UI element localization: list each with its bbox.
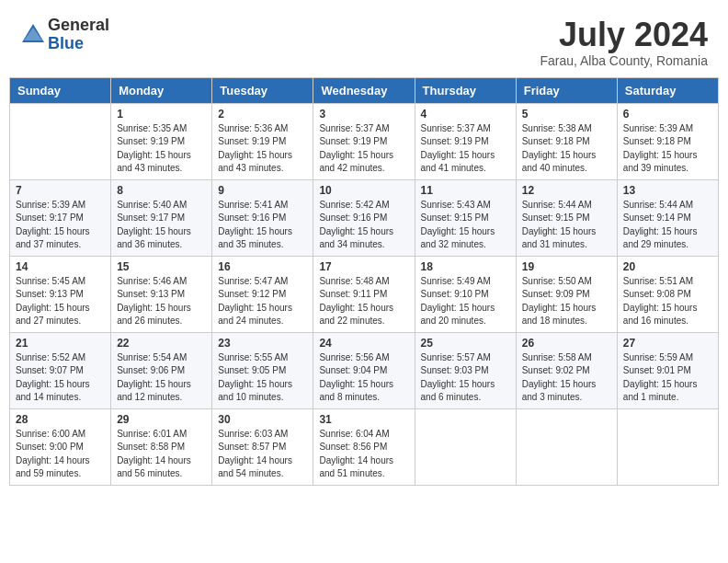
day-number: 18: [421, 260, 510, 273]
cell-content: Sunrise: 5:36 AM Sunset: 9:19 PM Dayligh…: [218, 122, 307, 176]
column-header-friday: Friday: [516, 77, 617, 103]
calendar-cell: 9Sunrise: 5:41 AM Sunset: 9:16 PM Daylig…: [212, 179, 313, 256]
calendar-cell: 21Sunrise: 5:52 AM Sunset: 9:07 PM Dayli…: [10, 332, 111, 408]
cell-content: Sunrise: 5:49 AM Sunset: 9:10 PM Dayligh…: [421, 275, 510, 328]
cell-content: Sunrise: 5:58 AM Sunset: 9:02 PM Dayligh…: [522, 351, 611, 405]
day-number: 26: [522, 337, 611, 350]
cell-content: Sunrise: 5:46 AM Sunset: 9:13 PM Dayligh…: [117, 275, 206, 328]
calendar-cell: 25Sunrise: 5:57 AM Sunset: 9:03 PM Dayli…: [415, 332, 516, 408]
cell-content: Sunrise: 5:56 AM Sunset: 9:04 PM Dayligh…: [319, 351, 408, 405]
day-number: 15: [117, 260, 206, 273]
day-number: 7: [16, 184, 105, 197]
calendar-cell: 13Sunrise: 5:44 AM Sunset: 9:14 PM Dayli…: [617, 179, 718, 256]
column-header-thursday: Thursday: [415, 77, 516, 103]
calendar-cell: [10, 103, 111, 179]
calendar-week-row: 7Sunrise: 5:39 AM Sunset: 9:17 PM Daylig…: [10, 179, 719, 256]
cell-content: Sunrise: 5:50 AM Sunset: 9:09 PM Dayligh…: [522, 275, 611, 328]
calendar-cell: 3Sunrise: 5:37 AM Sunset: 9:19 PM Daylig…: [313, 103, 415, 179]
cell-content: Sunrise: 5:47 AM Sunset: 9:12 PM Dayligh…: [218, 275, 307, 328]
day-number: 4: [421, 108, 510, 121]
cell-content: Sunrise: 5:41 AM Sunset: 9:16 PM Dayligh…: [218, 199, 307, 252]
day-number: 5: [522, 108, 611, 121]
day-number: 6: [623, 108, 712, 121]
calendar-cell: 29Sunrise: 6:01 AM Sunset: 8:58 PM Dayli…: [111, 408, 212, 485]
day-number: 22: [117, 337, 206, 350]
calendar-week-row: 28Sunrise: 6:00 AM Sunset: 9:00 PM Dayli…: [10, 408, 719, 485]
cell-content: Sunrise: 6:03 AM Sunset: 8:57 PM Dayligh…: [218, 428, 307, 481]
logo-general-text: General: [48, 17, 109, 35]
cell-content: Sunrise: 5:39 AM Sunset: 9:17 PM Dayligh…: [16, 199, 105, 252]
cell-content: Sunrise: 6:04 AM Sunset: 8:56 PM Dayligh…: [319, 428, 408, 481]
calendar-cell: 19Sunrise: 5:50 AM Sunset: 9:09 PM Dayli…: [516, 256, 617, 332]
month-year: July 2024: [540, 17, 708, 53]
day-number: 19: [522, 260, 611, 273]
day-number: 25: [421, 337, 510, 350]
cell-content: Sunrise: 5:40 AM Sunset: 9:17 PM Dayligh…: [117, 199, 206, 252]
calendar-cell: 2Sunrise: 5:36 AM Sunset: 9:19 PM Daylig…: [212, 103, 313, 179]
day-number: 24: [319, 337, 408, 350]
cell-content: Sunrise: 5:44 AM Sunset: 9:14 PM Dayligh…: [623, 199, 712, 252]
day-number: 2: [218, 108, 307, 121]
calendar-cell: 14Sunrise: 5:45 AM Sunset: 9:13 PM Dayli…: [10, 256, 111, 332]
calendar-cell: 18Sunrise: 5:49 AM Sunset: 9:10 PM Dayli…: [415, 256, 516, 332]
calendar-cell: 4Sunrise: 5:37 AM Sunset: 9:19 PM Daylig…: [415, 103, 516, 179]
cell-content: Sunrise: 5:43 AM Sunset: 9:15 PM Dayligh…: [421, 199, 510, 252]
column-header-saturday: Saturday: [617, 77, 718, 103]
day-number: 10: [319, 184, 408, 197]
calendar-cell: 16Sunrise: 5:47 AM Sunset: 9:12 PM Dayli…: [212, 256, 313, 332]
calendar-cell: 10Sunrise: 5:42 AM Sunset: 9:16 PM Dayli…: [313, 179, 415, 256]
cell-content: Sunrise: 5:37 AM Sunset: 9:19 PM Dayligh…: [319, 122, 408, 176]
calendar-cell: [516, 408, 617, 485]
cell-content: Sunrise: 5:35 AM Sunset: 9:19 PM Dayligh…: [117, 122, 206, 176]
calendar-cell: 26Sunrise: 5:58 AM Sunset: 9:02 PM Dayli…: [516, 332, 617, 408]
cell-content: Sunrise: 5:55 AM Sunset: 9:05 PM Dayligh…: [218, 351, 307, 405]
cell-content: Sunrise: 5:57 AM Sunset: 9:03 PM Dayligh…: [421, 351, 510, 405]
cell-content: Sunrise: 5:45 AM Sunset: 9:13 PM Dayligh…: [16, 275, 105, 328]
cell-content: Sunrise: 5:52 AM Sunset: 9:07 PM Dayligh…: [16, 351, 105, 405]
day-number: 1: [117, 108, 206, 121]
calendar-cell: 17Sunrise: 5:48 AM Sunset: 9:11 PM Dayli…: [313, 256, 415, 332]
calendar-cell: 31Sunrise: 6:04 AM Sunset: 8:56 PM Dayli…: [313, 408, 415, 485]
calendar-cell: 27Sunrise: 5:59 AM Sunset: 9:01 PM Dayli…: [617, 332, 718, 408]
calendar-week-row: 14Sunrise: 5:45 AM Sunset: 9:13 PM Dayli…: [10, 256, 719, 332]
calendar-header-row: SundayMondayTuesdayWednesdayThursdayFrid…: [10, 77, 719, 103]
day-number: 14: [16, 260, 105, 273]
day-number: 29: [117, 413, 206, 426]
day-number: 3: [319, 108, 408, 121]
logo: General Blue: [20, 17, 109, 53]
day-number: 12: [522, 184, 611, 197]
cell-content: Sunrise: 5:38 AM Sunset: 9:18 PM Dayligh…: [522, 122, 611, 176]
location: Farau, Alba County, Romania: [540, 53, 708, 68]
cell-content: Sunrise: 6:00 AM Sunset: 9:00 PM Dayligh…: [16, 428, 105, 481]
cell-content: Sunrise: 5:44 AM Sunset: 9:15 PM Dayligh…: [522, 199, 611, 252]
calendar-cell: 12Sunrise: 5:44 AM Sunset: 9:15 PM Dayli…: [516, 179, 617, 256]
day-number: 11: [421, 184, 510, 197]
calendar-cell: [617, 408, 718, 485]
day-number: 28: [16, 413, 105, 426]
header: General Blue July 2024 Farau, Alba Count…: [9, 9, 719, 72]
calendar-cell: 28Sunrise: 6:00 AM Sunset: 9:00 PM Dayli…: [10, 408, 111, 485]
day-number: 31: [319, 413, 408, 426]
cell-content: Sunrise: 5:54 AM Sunset: 9:06 PM Dayligh…: [117, 351, 206, 405]
day-number: 9: [218, 184, 307, 197]
title-block: July 2024 Farau, Alba County, Romania: [540, 17, 708, 68]
logo-text: General Blue: [48, 17, 109, 53]
cell-content: Sunrise: 5:51 AM Sunset: 9:08 PM Dayligh…: [623, 275, 712, 328]
day-number: 20: [623, 260, 712, 273]
day-number: 17: [319, 260, 408, 273]
calendar-cell: 23Sunrise: 5:55 AM Sunset: 9:05 PM Dayli…: [212, 332, 313, 408]
column-header-wednesday: Wednesday: [313, 77, 415, 103]
calendar-cell: 6Sunrise: 5:39 AM Sunset: 9:18 PM Daylig…: [617, 103, 718, 179]
day-number: 27: [623, 337, 712, 350]
calendar-cell: 7Sunrise: 5:39 AM Sunset: 9:17 PM Daylig…: [10, 179, 111, 256]
calendar-cell: 20Sunrise: 5:51 AM Sunset: 9:08 PM Dayli…: [617, 256, 718, 332]
day-number: 13: [623, 184, 712, 197]
calendar-cell: 11Sunrise: 5:43 AM Sunset: 9:15 PM Dayli…: [415, 179, 516, 256]
day-number: 30: [218, 413, 307, 426]
calendar-cell: 8Sunrise: 5:40 AM Sunset: 9:17 PM Daylig…: [111, 179, 212, 256]
calendar-cell: 1Sunrise: 5:35 AM Sunset: 9:19 PM Daylig…: [111, 103, 212, 179]
cell-content: Sunrise: 5:48 AM Sunset: 9:11 PM Dayligh…: [319, 275, 408, 328]
calendar-week-row: 1Sunrise: 5:35 AM Sunset: 9:19 PM Daylig…: [10, 103, 719, 179]
column-header-sunday: Sunday: [10, 77, 111, 103]
day-number: 8: [117, 184, 206, 197]
